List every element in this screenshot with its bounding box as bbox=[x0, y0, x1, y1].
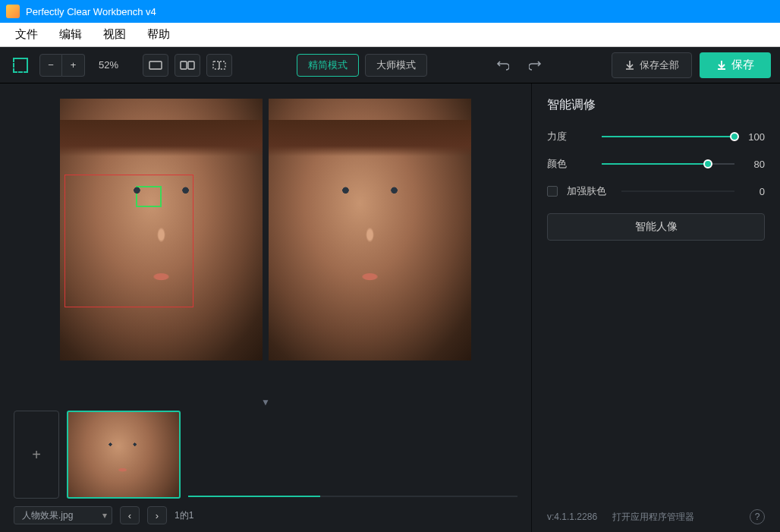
add-image-button[interactable]: + bbox=[14, 411, 59, 499]
svg-rect-0 bbox=[149, 61, 162, 69]
skin-value: 0 bbox=[744, 186, 765, 197]
strength-slider[interactable] bbox=[602, 131, 734, 142]
strength-row: 力度 100 bbox=[547, 130, 765, 143]
split-view-icon bbox=[180, 61, 195, 70]
filename-label: 人物效果.jpg bbox=[22, 509, 73, 522]
color-row: 颜色 80 bbox=[547, 157, 765, 171]
save-label: 保存 bbox=[731, 58, 754, 72]
help-button[interactable]: ? bbox=[750, 509, 765, 524]
undo-icon bbox=[495, 59, 509, 71]
menu-view[interactable]: 视图 bbox=[93, 24, 137, 45]
save-button[interactable]: 保存 bbox=[700, 52, 771, 78]
skin-slider[interactable] bbox=[621, 186, 734, 197]
filmstrip: + bbox=[14, 411, 517, 499]
prev-image-button[interactable]: ‹ bbox=[120, 506, 140, 524]
face-detection-rect bbox=[64, 175, 193, 307]
menu-edit[interactable]: 编辑 bbox=[49, 24, 93, 45]
zoom-group: − + bbox=[39, 54, 85, 77]
skin-label: 加强肤色 bbox=[567, 184, 612, 198]
crop-button[interactable] bbox=[9, 54, 32, 77]
mode-group: 精简模式 大师模式 bbox=[297, 54, 427, 77]
sidebar-footer: v:4.1.1.2286 打开应用程序管理器 ? bbox=[547, 509, 765, 524]
history-group bbox=[491, 54, 547, 77]
app-logo-icon bbox=[6, 5, 20, 18]
save-group: 保存全部 保存 bbox=[612, 52, 771, 78]
canvas-area: ▼ + 人物效果.jpg ‹ › 1的1 bbox=[0, 83, 531, 532]
window-title: Perfectly Clear Workbench v4 bbox=[26, 6, 156, 17]
filmstrip-scrollbar[interactable] bbox=[188, 496, 517, 497]
version-label: v:4.1.1.2286 bbox=[547, 512, 597, 522]
eye-detection-rect bbox=[136, 186, 162, 207]
menubar: 文件 编辑 视图 帮助 bbox=[0, 23, 780, 47]
svg-rect-2 bbox=[188, 61, 194, 69]
menu-file[interactable]: 文件 bbox=[5, 24, 49, 45]
strength-label: 力度 bbox=[547, 130, 593, 143]
panel-title: 智能调修 bbox=[547, 97, 765, 113]
canvas-footer: 人物效果.jpg ‹ › 1的1 bbox=[14, 506, 517, 524]
color-label: 颜色 bbox=[547, 157, 593, 171]
crop-icon bbox=[13, 58, 28, 73]
open-app-manager-link[interactable]: 打开应用程序管理器 bbox=[612, 511, 694, 524]
toolbar: − + 52% 精简模式 大师模式 保存全部 保存 bbox=[0, 47, 780, 83]
skin-checkbox[interactable] bbox=[547, 186, 558, 197]
filename-select[interactable]: 人物效果.jpg bbox=[14, 506, 112, 524]
collapse-filmstrip-toggle[interactable]: ▼ bbox=[14, 397, 517, 408]
page-indicator: 1的1 bbox=[175, 509, 193, 522]
skin-row: 加强肤色 0 bbox=[547, 184, 765, 198]
color-value: 80 bbox=[744, 159, 765, 170]
preview-before[interactable] bbox=[60, 99, 263, 360]
titlebar: Perfectly Clear Workbench v4 bbox=[0, 0, 780, 23]
download-icon bbox=[624, 60, 635, 71]
redo-button[interactable] bbox=[524, 54, 547, 77]
save-all-button[interactable]: 保存全部 bbox=[612, 52, 692, 78]
zoom-out-button[interactable]: − bbox=[39, 54, 62, 77]
help-icon: ? bbox=[755, 512, 760, 522]
preview-pair bbox=[14, 99, 517, 391]
preview-after[interactable] bbox=[269, 99, 471, 360]
smart-portrait-button[interactable]: 智能人像 bbox=[547, 213, 765, 241]
master-mode-button[interactable]: 大师模式 bbox=[365, 54, 427, 77]
single-view-icon bbox=[149, 61, 162, 70]
download-icon bbox=[716, 60, 727, 71]
strength-value: 100 bbox=[744, 131, 765, 143]
undo-button[interactable] bbox=[491, 54, 514, 77]
menu-help[interactable]: 帮助 bbox=[137, 24, 181, 45]
zoom-in-button[interactable]: + bbox=[62, 54, 85, 77]
sidebar-panel: 智能调修 力度 100 颜色 80 加强肤色 0 智能人像 v:4.1.1. bbox=[531, 83, 780, 532]
view-mode-group bbox=[143, 54, 232, 77]
overlay-view-icon bbox=[212, 61, 226, 70]
split-view-button[interactable] bbox=[175, 54, 200, 77]
redo-icon bbox=[529, 59, 543, 71]
zoom-value: 52% bbox=[93, 59, 124, 71]
color-slider[interactable] bbox=[602, 159, 734, 169]
svg-rect-1 bbox=[181, 61, 187, 69]
save-all-label: 保存全部 bbox=[640, 58, 679, 72]
thumbnail-selected[interactable] bbox=[67, 411, 181, 499]
simple-mode-button[interactable]: 精简模式 bbox=[297, 54, 359, 77]
overlay-view-button[interactable] bbox=[206, 54, 232, 77]
single-view-button[interactable] bbox=[143, 54, 168, 77]
next-image-button[interactable]: › bbox=[147, 506, 167, 524]
